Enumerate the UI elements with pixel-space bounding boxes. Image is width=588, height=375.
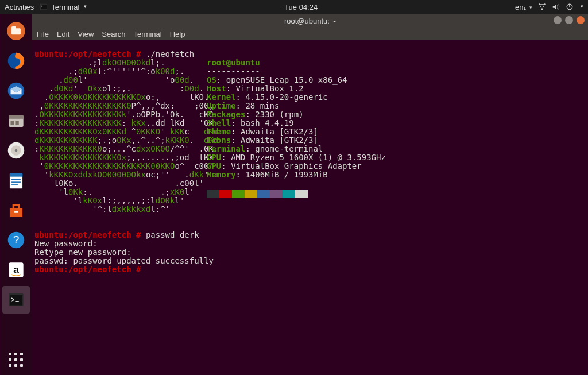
svg-rect-24 [14,211,18,213]
activities-button[interactable]: Activities [5,3,34,11]
chevron-down-icon: ▾ [84,3,87,9]
svg-rect-8 [11,28,21,34]
dock-files[interactable] [2,17,30,45]
dock-help[interactable]: ? [2,226,30,254]
passwd-output: New password: [34,239,98,248]
ubuntu-dock: ? a [1,14,32,375]
svg-rect-13 [9,115,23,119]
terminal-viewport[interactable]: ubuntu:/opt/neofetch # ./neofetch .;ldkO… [32,40,588,375]
menu-search[interactable]: Search [102,30,125,38]
dock-terminal[interactable] [2,286,30,314]
window-minimize-button[interactable] [554,16,562,24]
dock-writer[interactable] [2,167,30,194]
menu-file[interactable]: File [37,30,49,38]
terminal-menubar: File Edit View Search Terminal Help [32,28,588,40]
chevron-down-icon: ▾ [581,3,583,9]
dock-nautilus[interactable] [2,107,30,134]
prompt-path: ubuntu:/opt/neofetch # [34,49,141,59]
window-close-button[interactable] [577,16,585,24]
power-icon[interactable] [566,3,574,11]
prompt-path: ubuntu:/opt/neofetch # [34,265,141,274]
menu-edit[interactable]: Edit [57,30,69,38]
color-palette [207,190,386,198]
svg-rect-30 [10,295,22,305]
terminal-small-icon [40,3,48,11]
command-neofetch: ./neofetch [146,49,194,59]
passwd-output: passwd: password updated successfully [34,256,214,265]
dock-amazon[interactable]: a [2,256,30,284]
dock-firefox[interactable] [2,47,30,75]
command-passwd: passwd derk [146,230,199,239]
window-titlebar: root@ubuntu: ~ [32,14,588,28]
app-menu[interactable]: Terminal ▾ [40,3,87,11]
network-icon[interactable] [538,3,546,11]
svg-text:?: ? [13,234,20,246]
neofetch-info: root@ubuntu ----------- OS: openSUSE Lea… [207,59,386,214]
input-source-indicator[interactable]: en₁ ▾ [515,3,532,11]
svg-text:a: a [13,264,19,275]
gnome-top-bar: Activities Terminal ▾ Tue 04:24 en₁ ▾ ▾ [0,0,588,14]
svg-rect-20 [10,173,22,176]
menu-terminal[interactable]: Terminal [134,30,162,38]
window-title: root@ubuntu: ~ [284,17,336,25]
prompt-path: ubuntu:/opt/neofetch # [34,230,141,239]
dock-rhythmbox[interactable] [2,137,30,164]
svg-rect-14 [11,121,14,125]
svg-rect-15 [15,121,18,125]
dock-software[interactable] [2,196,30,224]
svg-point-18 [15,149,18,152]
neofetch-ascii-logo: .;ldkO0000Okdl;. .;d00xl:^''''''^:ok00d;… [34,59,207,214]
menu-help[interactable]: Help [170,30,185,38]
window-maximize-button[interactable] [565,16,573,24]
show-applications-button[interactable] [3,347,28,372]
passwd-output: Retype new password: [34,248,131,257]
svg-rect-9 [11,26,16,29]
clock[interactable]: Tue 04:24 [87,3,514,11]
menu-view[interactable]: View [78,30,94,38]
volume-icon[interactable] [552,3,560,11]
dock-thunderbird[interactable] [2,77,30,105]
